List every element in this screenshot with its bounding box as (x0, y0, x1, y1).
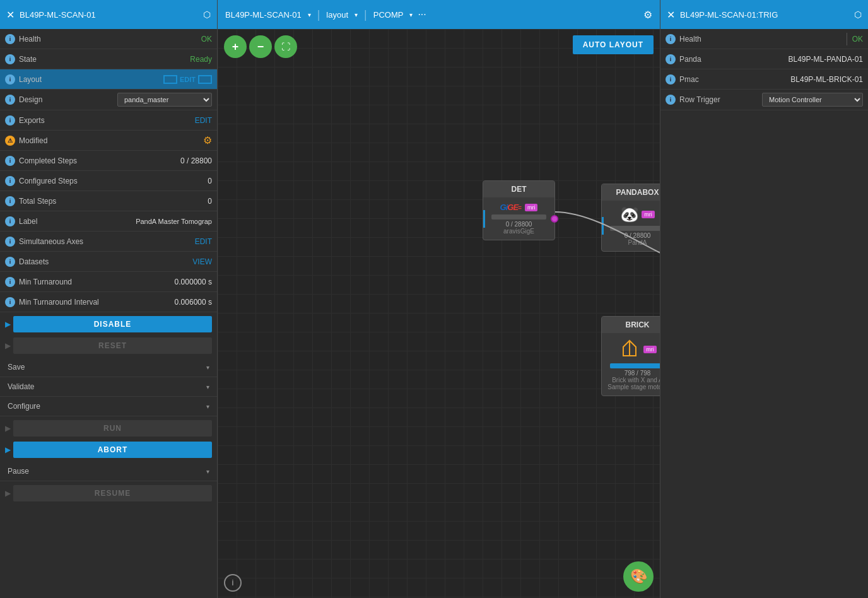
right-panda-info-icon: i (666, 54, 676, 64)
right-health-info-icon: i (666, 34, 676, 44)
save-accordion-header[interactable]: Save ▾ (0, 358, 217, 377)
design-select[interactable]: panda_master (117, 93, 212, 107)
completed-steps-label: Completed Steps (19, 156, 180, 165)
more-options-button[interactable]: ··· (418, 9, 426, 20)
right-close-button[interactable]: ✕ (667, 9, 675, 21)
right-health-row: i Health OK (660, 29, 868, 49)
scan-label-label: Label (19, 217, 136, 226)
pandabox-progress-text: 0 / 28800 (625, 232, 651, 239)
exports-row: i Exports EDIT (0, 110, 217, 131)
modified-label: Modified (19, 136, 203, 145)
right-pmac-row: i Pmac BL49P-ML-BRICK-01 (660, 69, 868, 90)
disable-button[interactable]: DISABLE (13, 316, 212, 332)
settings-gear-button[interactable]: ⚙ (643, 9, 652, 21)
layout-label[interactable]: layout (326, 10, 348, 20)
validate-accordion: Validate ▾ (0, 377, 217, 397)
left-close-button[interactable]: ✕ (6, 9, 15, 21)
right-health-divider (847, 33, 847, 45)
det-progress-container (491, 214, 546, 220)
abort-button[interactable]: ABORT (13, 442, 212, 458)
right-external-link-button[interactable]: ⬡ (854, 9, 862, 20)
auto-layout-button[interactable]: AUTO LAYOUT (573, 35, 654, 54)
right-info-rows: i Health OK i Panda BL49P-ML-PANDA-01 i … (660, 29, 868, 598)
configure-label: Configure (8, 402, 40, 411)
det-progress-bg (491, 214, 546, 220)
layout-edit-text[interactable]: EDIT (180, 76, 196, 83)
right-row-trigger-select[interactable]: Motion Controller (762, 93, 863, 107)
pandabox-node[interactable]: PANDABOX 🐼 mri 0 / 28800 PandA (601, 184, 660, 252)
pause-accordion-header[interactable]: Pause ▾ (0, 462, 217, 481)
left-info-rows: i Health OK i State Ready i Layout EDIT (0, 29, 217, 598)
total-steps-row: i Total Steps 0 (0, 191, 217, 211)
configured-steps-label: Configured Steps (19, 177, 208, 185)
simultaneous-axes-value[interactable]: EDIT (195, 237, 212, 246)
palette-button[interactable]: 🎨 (623, 561, 654, 592)
datasets-value[interactable]: VIEW (192, 257, 212, 266)
validate-accordion-header[interactable]: Validate ▾ (0, 377, 217, 396)
brick-sublabel: Brick with X and A Sample stage motors (607, 377, 660, 390)
exports-value[interactable]: EDIT (195, 116, 212, 125)
reset-button[interactable]: RESET (13, 337, 212, 354)
state-value: Ready (190, 55, 212, 64)
design-label: Design (19, 95, 117, 104)
left-panel: ✕ BL49P-ML-SCAN-01 ⬡ i Health OK i State… (0, 0, 218, 598)
resume-button[interactable]: RESUME (13, 485, 212, 501)
zoom-out-button[interactable]: − (249, 35, 272, 58)
brick-node[interactable]: BRICK mri 798 / 798 (601, 316, 660, 396)
det-node[interactable]: DET GiGE= mri 0 / 28800 aravisGigE (483, 180, 555, 240)
brick-icon (618, 338, 641, 361)
center-title[interactable]: BL49P-ML-SCAN-01 (225, 10, 302, 20)
run-btn-row: ▶ RUN (0, 416, 217, 440)
health-label: Health (19, 35, 201, 44)
layout-dropdown-icon[interactable]: ▾ (355, 11, 358, 18)
right-health-label: Health (679, 35, 842, 44)
pandabox-node-body: 🐼 mri 0 / 28800 PandA (602, 201, 660, 251)
left-title-bar: ✕ BL49P-ML-SCAN-01 ⬡ (0, 0, 217, 29)
pandabox-progress-container (610, 226, 660, 231)
zoom-in-button[interactable]: + (224, 35, 247, 58)
simultaneous-axes-row: i Simultaneous Axes EDIT (0, 232, 217, 252)
configure-accordion-header[interactable]: Configure ▾ (0, 397, 217, 416)
resume-play-icon: ▶ (5, 489, 11, 498)
det-progress-text: 0 / 28800 (506, 221, 532, 228)
health-row: i Health OK (0, 29, 217, 49)
right-row-trigger-label: Row Trigger (679, 95, 762, 104)
reset-btn-row: ▶ RESET (0, 336, 217, 358)
modified-value: ⚙ (203, 134, 212, 146)
layout-box-right (198, 75, 212, 84)
completed-steps-value: 0 / 28800 (180, 156, 212, 165)
left-external-link-button[interactable]: ⬡ (203, 9, 211, 20)
reset-play-icon: ▶ (5, 341, 11, 350)
state-row: i State Ready (0, 49, 217, 69)
det-mri-badge: mri (525, 204, 538, 211)
health-value: OK (201, 35, 212, 44)
pcomp-dropdown-icon[interactable]: ▾ (409, 11, 413, 18)
min-turnaround-label: Min Turnaround (19, 278, 175, 286)
canvas-info-icon[interactable]: i (224, 574, 242, 592)
min-turnaround-interval-label: Min Turnaround Interval (19, 298, 175, 307)
pause-accordion: Pause ▾ (0, 462, 217, 481)
configure-accordion: Configure ▾ (0, 397, 217, 416)
canvas-info-button[interactable]: i (224, 574, 242, 592)
layout-edit-value[interactable]: EDIT (163, 75, 212, 84)
total-steps-label: Total Steps (19, 197, 208, 206)
scan-label-value: PandA Master Tomograp (136, 218, 212, 225)
right-panda-label: Panda (679, 55, 789, 64)
det-left-bar (483, 210, 485, 228)
right-health-value: OK (852, 35, 863, 44)
run-button[interactable]: RUN (13, 420, 212, 437)
design-row: i Design panda_master (0, 90, 217, 110)
min-turnaround-interval-info-icon: i (5, 297, 15, 307)
completed-steps-info-icon: i (5, 156, 15, 166)
pcomp-label[interactable]: PCOMP (373, 10, 404, 20)
pause-chevron-icon: ▾ (206, 468, 209, 475)
total-steps-info-icon: i (5, 196, 15, 206)
total-steps-value: 0 (208, 197, 212, 206)
exports-label: Exports (19, 116, 195, 125)
det-sublabel: aravisGigE (503, 228, 534, 235)
pandabox-sublabel: PandA (628, 239, 647, 246)
zoom-fit-button[interactable]: ⛶ (274, 35, 297, 58)
brick-progress-bg (610, 363, 660, 368)
det-gige-logo: GiGE= (500, 202, 521, 212)
center-title-dropdown-icon[interactable]: ▾ (308, 11, 311, 18)
